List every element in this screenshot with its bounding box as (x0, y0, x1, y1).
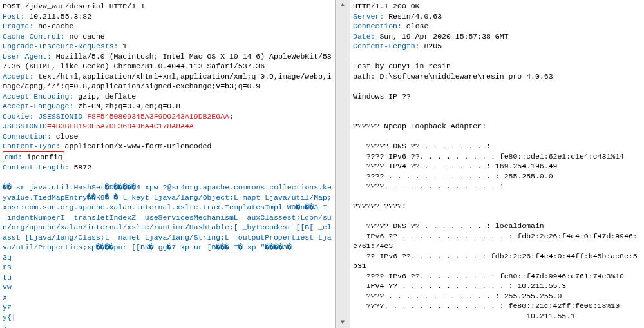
hdr-accept-encoding: Accept-Encoding: gzip, deflate (3, 92, 136, 101)
hdr-host: Host: 10.211.55.3:82 (3, 12, 91, 21)
hdr-user-agent: User-Agent: Mozilla/5.0 (Macintosh; Inte… (3, 52, 332, 71)
request-text[interactable]: POST /jdvw_war/deserial HTTP/1.1Host: 10… (0, 0, 335, 328)
http-split-view: POST /jdvw_war/deserial HTTP/1.1Host: 10… (0, 0, 644, 328)
resp-hdr-connection: Connection: close (353, 22, 428, 30)
request-line: POST /jdvw_war/deserial HTTP/1.1 (3, 1, 332, 12)
hdr-upgrade-insecure: Upgrade-Insecure-Requests: 1 (3, 42, 127, 50)
resp-hdr-date: Date: Sun, 19 Apr 2020 15:57:38 GMT (353, 32, 509, 41)
request-body-trailing: 3q rs tu vw x yz y{| }- }*��� �� �{ �� �… (3, 253, 25, 328)
resp-hdr-content-length: Content-Length: 8205 (353, 42, 442, 50)
hdr-content-type: Content-Type: application/x-www-form-url… (3, 142, 211, 150)
request-pane[interactable]: POST /jdvw_war/deserial HTTP/1.1Host: 10… (0, 0, 335, 328)
response-text[interactable]: HTTP/1.1 200 OKServer: Resin/4.0.63 Conn… (350, 0, 644, 328)
vertical-scrollbar[interactable]: ▲ ▼ (335, 0, 350, 328)
hdr-cmd-highlighted: cmd: ipconfig (3, 151, 64, 163)
hdr-accept-language: Accept-Language: zh-CN,zh;q=0.9,en;q=0.8 (3, 102, 180, 110)
scroll-down-icon[interactable]: ▼ (339, 319, 346, 327)
request-body-serialized: �� sr java.util.HashSet�D�����4 xpw ?@sr… (3, 183, 332, 251)
hdr-accept: Accept: text/html,application/xhtml+xml,… (3, 72, 332, 91)
resp-hdr-server: Server: Resin/4.0.63 (353, 12, 442, 21)
hdr-cookie: Cookie: JSESSIONID=F8F5450809345A3F9D024… (3, 112, 238, 131)
hdr-pragma: Pragma: no-cache (3, 22, 73, 30)
hdr-content-length: Content-Length: 5872 (3, 163, 91, 171)
response-body: Test by c0ny1 in resin path: D:\software… (353, 62, 638, 328)
scroll-up-icon[interactable]: ▲ (339, 1, 346, 9)
status-line: HTTP/1.1 200 OK (353, 1, 641, 12)
response-pane[interactable]: HTTP/1.1 200 OKServer: Resin/4.0.63 Conn… (350, 0, 644, 328)
hdr-connection: Connection: close (3, 132, 78, 140)
hdr-cache-control: Cache-Control: no-cache (3, 32, 105, 41)
